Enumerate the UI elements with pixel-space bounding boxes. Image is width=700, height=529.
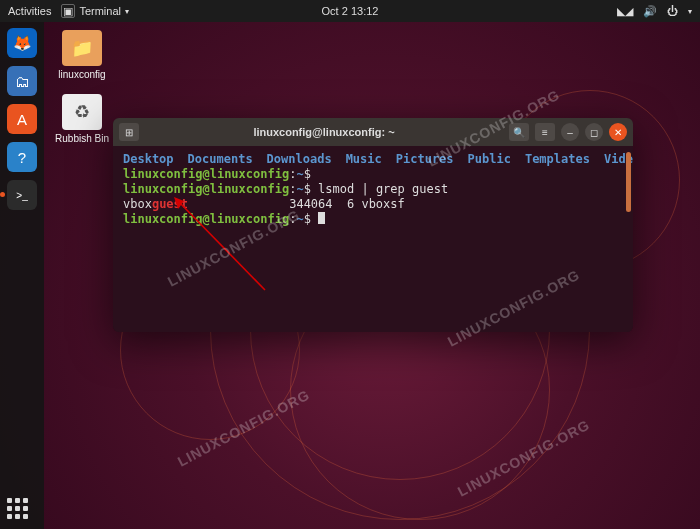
terminal-window: ⊞ linuxconfig@linuxconfig: ~ 🔍 ≡ – ◻ ✕ D…: [113, 118, 633, 332]
window-title: linuxconfig@linuxconfig: ~: [139, 126, 509, 138]
desktop-trash-label: Rubbish Bin: [52, 133, 112, 144]
window-titlebar[interactable]: ⊞ linuxconfig@linuxconfig: ~ 🔍 ≡ – ◻ ✕: [113, 118, 633, 146]
app-menu-label: Terminal: [79, 5, 121, 17]
minimize-button[interactable]: –: [561, 123, 579, 141]
prompt-line-3: linuxconfig@linuxconfig:~$: [123, 212, 623, 227]
ls-output: DesktopDocumentsDownloadsMusicPicturesPu…: [123, 152, 623, 167]
app-menu[interactable]: ▣ Terminal ▾: [61, 4, 129, 18]
folder-icon: 📁: [62, 30, 102, 66]
chevron-down-icon: ▾: [125, 7, 129, 16]
files-icon[interactable]: 🗂: [7, 66, 37, 96]
desktop-trash[interactable]: ♻ Rubbish Bin: [52, 94, 112, 144]
power-icon[interactable]: ⏻: [667, 5, 678, 17]
dock: 🦊 🗂 A ? >_: [0, 22, 44, 529]
new-tab-button[interactable]: ⊞: [119, 123, 139, 141]
terminal-indicator-icon: ▣: [61, 4, 75, 18]
software-icon[interactable]: A: [7, 104, 37, 134]
terminal-content[interactable]: DesktopDocumentsDownloadsMusicPicturesPu…: [113, 146, 633, 332]
help-icon[interactable]: ?: [7, 142, 37, 172]
trash-icon: ♻: [62, 94, 102, 130]
volume-icon[interactable]: 🔊: [643, 5, 657, 18]
clock[interactable]: Oct 2 13:12: [322, 5, 379, 17]
activities-button[interactable]: Activities: [8, 5, 51, 17]
desktop-folder-label: linuxconfig: [52, 69, 112, 80]
network-icon[interactable]: ◣◢: [617, 5, 633, 18]
show-applications-button[interactable]: [7, 498, 28, 519]
grep-output: vboxguest 344064 6 vboxsf: [123, 197, 623, 212]
scrollbar[interactable]: [626, 152, 631, 212]
firefox-icon[interactable]: 🦊: [7, 28, 37, 58]
top-bar: Activities ▣ Terminal ▾ Oct 2 13:12 ◣◢ 🔊…: [0, 0, 700, 22]
desktop-folder-linuxconfig[interactable]: 📁 linuxconfig: [52, 30, 112, 80]
hamburger-menu-button[interactable]: ≡: [535, 123, 555, 141]
terminal-icon[interactable]: >_: [7, 180, 37, 210]
prompt-line-1: linuxconfig@linuxconfig:~$: [123, 167, 623, 182]
search-button[interactable]: 🔍: [509, 123, 529, 141]
cursor: [318, 212, 325, 224]
prompt-line-2: linuxconfig@linuxconfig:~$ lsmod | grep …: [123, 182, 623, 197]
system-menu-chevron-icon[interactable]: ▾: [688, 7, 692, 16]
desktop-icons: 📁 linuxconfig ♻ Rubbish Bin: [52, 30, 112, 158]
close-button[interactable]: ✕: [609, 123, 627, 141]
maximize-button[interactable]: ◻: [585, 123, 603, 141]
